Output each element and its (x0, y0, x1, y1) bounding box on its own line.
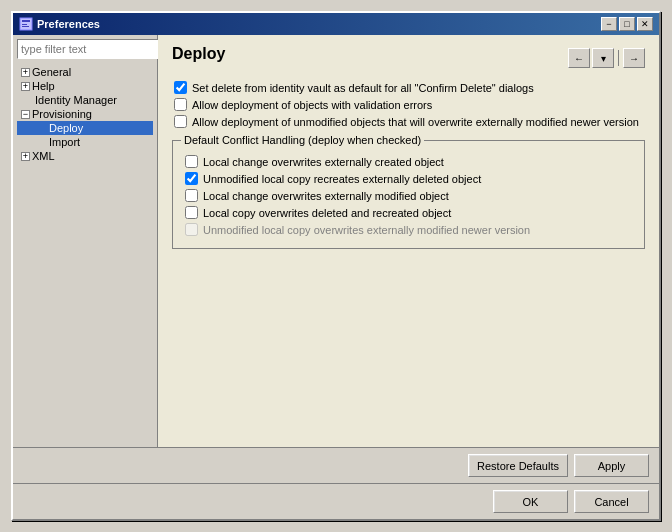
window-title: Preferences (37, 18, 100, 30)
checkbox-label-unmodified-recreates: Unmodified local copy recreates external… (203, 173, 481, 185)
sidebar-item-general[interactable]: + General (17, 65, 153, 79)
checkbox-row-unmodified-newer: Unmodified local copy overwrites externa… (183, 223, 634, 236)
checkbox-row-allow-deployment: Allow deployment of objects with validat… (172, 98, 645, 111)
svg-rect-2 (22, 24, 27, 25)
conflict-handling-group: Default Conflict Handling (deploy when c… (172, 140, 645, 249)
content-title: Deploy (172, 45, 225, 63)
checkbox-label-local-change-modified: Local change overwrites externally modif… (203, 190, 449, 202)
apply-button[interactable]: Apply (574, 454, 649, 477)
checkbox-row-local-change-modified: Local change overwrites externally modif… (183, 189, 634, 202)
checkbox-label-local-copy-deleted: Local copy overwrites deleted and recrea… (203, 207, 451, 219)
main-area: ▾ + General + Help Identity Manager − Pr… (13, 35, 659, 447)
checkbox-local-change-created[interactable] (185, 155, 198, 168)
content-header: Deploy ← ▾ → (172, 45, 645, 71)
nav-buttons: ← ▾ → (568, 48, 645, 68)
back-icon: ← (574, 53, 584, 64)
nav-divider (618, 50, 619, 66)
window-icon (19, 17, 33, 31)
sidebar-label-help: Help (32, 80, 55, 92)
checkbox-row-unmodified-recreates: Unmodified local copy recreates external… (183, 172, 634, 185)
sidebar-item-xml[interactable]: + XML (17, 149, 153, 163)
sidebar-label-provisioning: Provisioning (32, 108, 92, 120)
checkbox-unmodified-recreates[interactable] (185, 172, 198, 185)
back-button[interactable]: ← (568, 48, 590, 68)
sidebar-item-import[interactable]: Import (17, 135, 153, 149)
group-legend: Default Conflict Handling (deploy when c… (181, 134, 424, 146)
checkbox-row-allow-unmodified: Allow deployment of unmodified objects t… (172, 115, 645, 128)
checkbox-row-local-copy-deleted: Local copy overwrites deleted and recrea… (183, 206, 634, 219)
svg-rect-3 (22, 26, 29, 27)
restore-defaults-button[interactable]: Restore Defaults (468, 454, 568, 477)
forward-icon: → (629, 53, 639, 64)
checkbox-local-copy-deleted[interactable] (185, 206, 198, 219)
checkbox-row-set-delete: Set delete from identity vault as defaul… (172, 81, 645, 94)
checkbox-allow-unmodified[interactable] (174, 115, 187, 128)
svg-rect-1 (22, 20, 30, 22)
checkbox-allow-deployment[interactable] (174, 98, 187, 111)
maximize-button[interactable]: □ (619, 17, 635, 31)
sidebar-item-identity-manager[interactable]: Identity Manager (17, 93, 153, 107)
sidebar-label-xml: XML (32, 150, 55, 162)
preferences-window: Preferences − □ ✕ ▾ + General + Help (11, 11, 661, 521)
ok-cancel-bar: OK Cancel (13, 483, 659, 519)
sidebar-label-general: General (32, 66, 71, 78)
sidebar-label-identity-manager: Identity Manager (35, 94, 117, 106)
checkbox-local-change-modified[interactable] (185, 189, 198, 202)
sidebar-item-deploy[interactable]: Deploy (17, 121, 153, 135)
nav-dropdown-icon: ▾ (601, 53, 606, 64)
expand-provisioning-icon[interactable]: − (21, 110, 30, 119)
sidebar-item-help[interactable]: + Help (17, 79, 153, 93)
sidebar-label-deploy: Deploy (49, 122, 83, 134)
checkbox-label-set-delete: Set delete from identity vault as defaul… (192, 82, 534, 94)
sidebar: ▾ + General + Help Identity Manager − Pr… (13, 35, 158, 447)
expand-help-icon[interactable]: + (21, 82, 30, 91)
title-buttons: − □ ✕ (601, 17, 653, 31)
checkbox-label-unmodified-newer: Unmodified local copy overwrites externa… (203, 224, 530, 236)
forward-button[interactable]: → (623, 48, 645, 68)
minimize-button[interactable]: − (601, 17, 617, 31)
checkbox-label-allow-deployment: Allow deployment of objects with validat… (192, 99, 432, 111)
checkbox-set-delete[interactable] (174, 81, 187, 94)
bottom-bar: Restore Defaults Apply (13, 447, 659, 483)
ok-button[interactable]: OK (493, 490, 568, 513)
filter-input[interactable] (17, 39, 163, 59)
title-bar: Preferences − □ ✕ (13, 13, 659, 35)
expand-xml-icon[interactable]: + (21, 152, 30, 161)
close-button[interactable]: ✕ (637, 17, 653, 31)
cancel-button[interactable]: Cancel (574, 490, 649, 513)
checkbox-unmodified-newer (185, 223, 198, 236)
filter-container: ▾ (17, 39, 153, 59)
nav-dropdown-button[interactable]: ▾ (592, 48, 614, 68)
sidebar-label-import: Import (49, 136, 80, 148)
sidebar-item-provisioning[interactable]: − Provisioning (17, 107, 153, 121)
checkbox-label-local-change-created: Local change overwrites externally creat… (203, 156, 444, 168)
checkbox-label-allow-unmodified: Allow deployment of unmodified objects t… (192, 116, 639, 128)
expand-general-icon[interactable]: + (21, 68, 30, 77)
content-panel: Deploy ← ▾ → Set delete from i (158, 35, 659, 447)
checkbox-row-local-change-created: Local change overwrites externally creat… (183, 155, 634, 168)
title-bar-left: Preferences (19, 17, 100, 31)
